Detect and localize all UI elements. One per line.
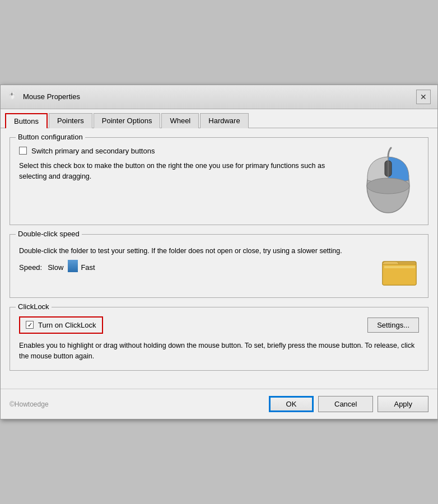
double-click-inner: Double-click the folder to test your set… <box>19 244 419 288</box>
primary-secondary-row: Switch primary and secondary buttons <box>19 147 348 155</box>
watermark: ©Howtoedge <box>10 400 49 408</box>
folder-svg <box>380 249 419 288</box>
slider-area <box>68 265 76 269</box>
clicklock-checkbox[interactable] <box>26 321 34 329</box>
title-bar: 🖱️ Mouse Properties ✕ <box>1 85 437 109</box>
tab-pointer-options[interactable]: Pointer Options <box>94 113 161 128</box>
main-content: Button configuration Switch primary and … <box>1 128 437 389</box>
svg-rect-6 <box>384 266 415 268</box>
clicklock-content: Turn on ClickLock Settings... Enables yo… <box>19 316 419 362</box>
mouse-illustration <box>357 147 419 216</box>
title-bar-left: 🖱️ Mouse Properties <box>7 91 80 102</box>
bottom-bar: ©Howtoedge OK Cancel Apply <box>1 389 437 419</box>
clicklock-top: Turn on ClickLock Settings... <box>19 316 419 334</box>
apply-button[interactable]: Apply <box>378 396 428 412</box>
speed-slider-thumb[interactable] <box>68 260 78 272</box>
clicklock-title: ClickLock <box>16 302 52 311</box>
tab-hardware[interactable]: Hardware <box>200 113 248 128</box>
close-button[interactable]: ✕ <box>416 90 431 104</box>
double-click-description: Double-click the folder to test your set… <box>19 246 373 256</box>
mouse-properties-window: 🖱️ Mouse Properties ✕ Buttons Pointers P… <box>0 85 438 420</box>
cancel-button[interactable]: Cancel <box>318 396 373 412</box>
clicklock-group: ClickLock Turn on ClickLock Settings... … <box>10 307 428 371</box>
speed-label: Speed: <box>19 263 42 272</box>
clicklock-checkbox-area: Turn on ClickLock <box>19 316 103 334</box>
folder-illustration[interactable] <box>380 249 419 288</box>
button-config-inner: Switch primary and secondary buttons Sel… <box>19 147 419 216</box>
slider-container: Slow <box>48 263 373 272</box>
window-title: Mouse Properties <box>23 92 80 101</box>
clicklock-description: Enables you to highlight or drag without… <box>19 340 419 362</box>
ok-button[interactable]: OK <box>269 396 314 412</box>
button-config-description: Select this check box to make the button… <box>19 161 348 182</box>
bottom-buttons: OK Cancel Apply <box>269 396 428 412</box>
button-config-group: Button configuration Switch primary and … <box>10 137 428 225</box>
tab-bar: Buttons Pointers Pointer Options Wheel H… <box>1 109 437 128</box>
clicklock-label: Turn on ClickLock <box>38 321 96 329</box>
primary-secondary-checkbox[interactable] <box>19 147 27 155</box>
double-click-group: Double-click speed Double-click the fold… <box>10 234 428 298</box>
mouse-svg <box>357 147 419 214</box>
tab-pointers[interactable]: Pointers <box>49 113 92 128</box>
double-click-content: Double-click the folder to test your set… <box>19 244 419 288</box>
speed-slider-track[interactable] <box>68 265 76 266</box>
primary-secondary-label: Switch primary and secondary buttons <box>31 147 155 155</box>
slow-label: Slow <box>48 263 63 272</box>
double-click-left: Double-click the folder to test your set… <box>19 244 373 272</box>
double-click-title: Double-click speed <box>16 230 82 238</box>
button-config-title: Button configuration <box>16 133 85 141</box>
speed-row: Speed: Slow <box>19 263 373 272</box>
fast-label: Fast <box>81 263 95 272</box>
settings-button[interactable]: Settings... <box>367 318 419 333</box>
button-config-content: Switch primary and secondary buttons Sel… <box>19 147 419 216</box>
tab-wheel[interactable]: Wheel <box>161 113 199 128</box>
window-icon: 🖱️ <box>7 91 18 102</box>
button-config-text: Switch primary and secondary buttons Sel… <box>19 147 348 182</box>
tab-buttons[interactable]: Buttons <box>5 113 48 128</box>
svg-point-3 <box>367 178 409 194</box>
